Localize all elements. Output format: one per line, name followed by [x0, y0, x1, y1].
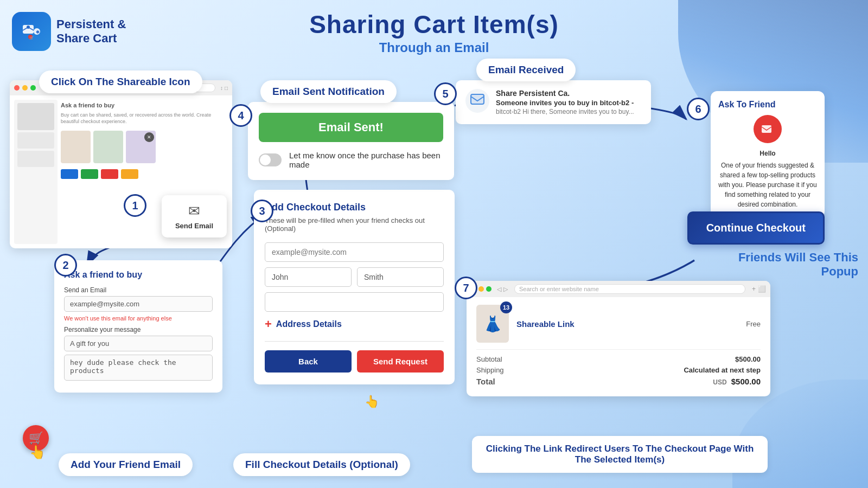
- label-email-sent-notification: Email Sent Notification: [260, 80, 397, 103]
- logo-text: Persistent & Share Cart: [56, 17, 126, 46]
- send-request-button[interactable]: Send Request: [357, 350, 444, 373]
- b2-icons: +⬜: [752, 285, 766, 293]
- b2-dot-yellow: [478, 286, 484, 292]
- b2-nav: ◁▷: [497, 286, 508, 293]
- send-cursor: 👆: [365, 395, 379, 409]
- label-email-received: Email Received: [476, 59, 576, 81]
- subtotal-row: Subtotal $500.00: [476, 355, 761, 363]
- checkout-email-input[interactable]: [265, 242, 444, 262]
- step-circle-4: 4: [229, 104, 252, 127]
- redirect-label: Clicking The Link Redirect Users To The …: [472, 436, 768, 473]
- personalize-input[interactable]: [64, 336, 213, 351]
- message-textarea[interactable]: [64, 355, 213, 381]
- browser2-bar: ◁▷ Search or enter website name +⬜: [467, 281, 770, 297]
- email-content: Share Persistent Ca. Someone invites you…: [496, 89, 634, 115]
- checkout-totals: Subtotal $500.00 Shipping Calculated at …: [476, 349, 761, 386]
- step-circle-5: 5: [434, 82, 457, 105]
- browser-mockup: ◁▷ ↕□ Ask a friend to buy Buy cart can b…: [10, 80, 232, 248]
- toggle-row: Let me know once the purchase has been m…: [259, 151, 443, 169]
- checkout-divider: [265, 341, 444, 342]
- step-circle-1: 1: [124, 194, 146, 217]
- shipping-row: Shipping Calculated at next step: [476, 366, 761, 374]
- browser-left-col: [14, 100, 58, 244]
- label-add-friend-email: Add Your Friend Email: [59, 453, 193, 476]
- step-circle-2: 2: [54, 254, 77, 277]
- ask-friend-icon: [754, 115, 782, 143]
- checkout-details-section: Add Checkout Details These will be pre-f…: [254, 190, 455, 384]
- total-row: Total USD $500.00: [476, 377, 761, 386]
- first-name-input[interactable]: [265, 267, 352, 287]
- checkout-btn-row: Back Send Request: [265, 350, 444, 373]
- browser-dot-green: [30, 85, 36, 91]
- checkout-cart-content: 👗 13 Shareable Link Free Subtotal $500.0…: [467, 297, 770, 396]
- send-email-popup[interactable]: ✉ Send Email: [162, 195, 227, 237]
- email-form-section: Ask a friend to buy Send an Email We won…: [54, 260, 222, 393]
- b2-url: Search or enter website name: [514, 284, 745, 294]
- product-row: 👗 13 Shareable Link Free: [476, 305, 761, 343]
- checkout-extra-input[interactable]: [265, 292, 444, 312]
- svg-text:✱: ✱: [36, 30, 40, 35]
- share-icon: ✉: [171, 203, 217, 220]
- ask-friend-popup: Ask To Friend Hello One of your friends …: [711, 91, 825, 218]
- product-image: 👗 13: [476, 305, 509, 343]
- ask-friend-greeting: Hello One of your friends suggested & sh…: [718, 149, 817, 209]
- friend-email-input[interactable]: [64, 296, 213, 312]
- logo-icon: ✱ 🛒: [12, 12, 51, 51]
- toggle-knob: [260, 155, 271, 165]
- cursor-hand: 👆: [29, 445, 46, 460]
- friends-popup-label: Friends Will See This Popup: [717, 251, 858, 279]
- email-item: Share Persistent Ca. Someone invites you…: [465, 89, 641, 115]
- browser-checkout-section: ◁▷ Search or enter website name +⬜ 👗 13 …: [467, 281, 770, 396]
- svg-text:🛒: 🛒: [29, 35, 34, 40]
- logo-area: ✱ 🛒 Persistent & Share Cart: [12, 12, 126, 51]
- checkout-name-row: [265, 267, 444, 287]
- last-name-input[interactable]: [357, 267, 444, 287]
- b2-dot-green: [486, 286, 492, 292]
- email-avatar: [465, 89, 489, 113]
- continue-checkout-button[interactable]: Continue Checkout: [687, 211, 825, 245]
- step-circle-7: 7: [455, 277, 477, 299]
- browser-dot-red: [14, 85, 20, 91]
- checkout-subtitle: These will be pre-filled when your frien…: [265, 216, 444, 233]
- svg-rect-8: [471, 94, 484, 104]
- email-form-label: Send an Email: [64, 286, 213, 294]
- personalize-label: Personalize your message: [64, 326, 213, 333]
- main-subtitle: Through an Email: [0, 40, 868, 55]
- email-sent-bar: Email Sent!: [259, 113, 443, 142]
- email-sent-section: Email Sent! Let me know once the purchas…: [248, 102, 454, 180]
- toggle-label: Let me know once the purchase has been m…: [289, 151, 443, 169]
- label-fill-checkout: Fill Checkout Details (Optional): [233, 453, 410, 476]
- label-click-shareable: Click On The Shareable Icon: [39, 70, 202, 93]
- step-circle-3: 3: [251, 200, 273, 222]
- browser-dot-yellow: [22, 85, 28, 91]
- toggle-switch[interactable]: [259, 153, 282, 166]
- back-button[interactable]: Back: [265, 350, 352, 373]
- address-toggle[interactable]: + Address Details: [265, 317, 444, 331]
- email-received-section: Share Persistent Ca. Someone invites you…: [456, 80, 651, 124]
- svg-rect-10: [762, 125, 771, 133]
- main-title: Sharing Cart Item(s): [0, 10, 868, 39]
- browser-actions: ↕□: [220, 85, 228, 91]
- step-circle-6: 6: [687, 98, 710, 120]
- header: Sharing Cart Item(s) Through an Email: [0, 0, 868, 55]
